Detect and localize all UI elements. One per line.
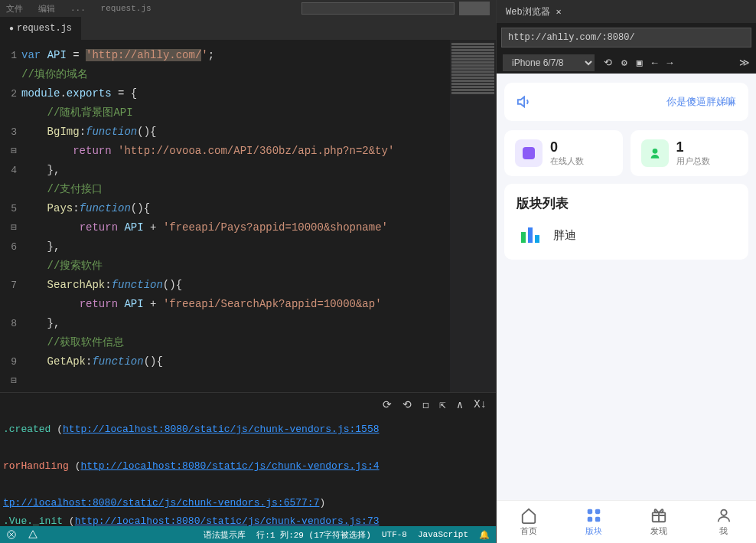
- forward-icon[interactable]: →: [666, 57, 673, 69]
- code-line[interactable]: BgImg:function(){: [21, 123, 450, 142]
- nav-label: 发现: [650, 525, 667, 537]
- nav-item-home[interactable]: 首页: [497, 501, 562, 543]
- sb-grammar[interactable]: 语法提示库: [204, 529, 246, 541]
- terminal-line: rorHandling (http://localhost:8080/stati…: [3, 457, 493, 476]
- svg-rect-5: [588, 517, 592, 522]
- url-input[interactable]: [501, 28, 751, 47]
- sb-position[interactable]: 行:1 列:29 (17字符被选择): [256, 529, 371, 541]
- menu-edit[interactable]: 编辑: [38, 3, 55, 15]
- svg-rect-1: [523, 147, 535, 159]
- code-line[interactable]: SearchApk:function(){: [21, 276, 450, 295]
- code-line[interactable]: },: [21, 314, 450, 333]
- menubar: 文件 编辑 ... request.js: [0, 0, 496, 17]
- code-line[interactable]: return API + 'freeapi/Pays?appid=10000&s…: [21, 218, 450, 237]
- gear-icon[interactable]: ⚙: [621, 57, 627, 69]
- tab-request-js[interactable]: request.js: [0, 17, 81, 40]
- home-icon: [520, 507, 537, 524]
- terminal-toolbar: ⟳ ⟲ ◻ ⇱ ∧ X↓: [0, 393, 496, 416]
- debug-restart-icon[interactable]: ⟳: [383, 398, 392, 411]
- collapse-icon[interactable]: ∧: [457, 398, 463, 411]
- code-line[interactable]: },: [21, 237, 450, 257]
- code-line[interactable]: //随机背景图API: [21, 103, 450, 123]
- stat-label: 在线人数: [550, 155, 584, 167]
- code-line[interactable]: return 'http://ovooa.com/API/360bz/api.p…: [21, 142, 450, 161]
- nav-label: 首页: [520, 525, 537, 537]
- more-icon[interactable]: ≫: [739, 57, 750, 69]
- code-line[interactable]: Pays:function(){: [21, 199, 450, 218]
- list-item[interactable]: 胖迪: [516, 221, 736, 249]
- terminal-line: tp://localhost:8080/static/js/chunk-vend…: [3, 494, 493, 512]
- sb-errors[interactable]: [6, 529, 17, 540]
- code-line[interactable]: var API = 'http://ahlly.com/';: [21, 46, 450, 65]
- svg-rect-6: [595, 517, 600, 522]
- stat-number: 1: [676, 139, 710, 155]
- code-content[interactable]: var API = 'http://ahlly.com/';//填你的域名mod…: [21, 40, 450, 392]
- nav-label: 我: [719, 525, 728, 537]
- terminal-output[interactable]: .created (http://localhost:8080/static/j…: [0, 416, 496, 526]
- browser-tab: Web浏览器 ✕: [497, 0, 756, 23]
- debug-stop-icon[interactable]: ◻: [422, 398, 429, 411]
- menu-breadcrumb: ... request.js: [70, 4, 152, 13]
- back-icon[interactable]: ←: [652, 57, 658, 69]
- browser-viewport: 你是傻逼胖娣嘛 0在线人数1用户总数 版块列表 胖迪 首页版块发现我: [497, 74, 756, 543]
- code-line[interactable]: module.exports = {: [21, 84, 450, 103]
- stat-icon: [515, 139, 543, 167]
- app-icon: [516, 221, 544, 249]
- terminal-line: [3, 476, 493, 494]
- svg-point-2: [652, 149, 657, 154]
- debug-continue-icon[interactable]: ⟲: [402, 398, 412, 411]
- statusbar: 语法提示库 行:1 列:29 (17字符被选择) UTF-8 JavaScrip…: [0, 526, 496, 543]
- browser-toolbar: iPhone 6/7/8 ⟲ ⚙ ▣ ← → ≫: [497, 52, 756, 74]
- browser-tab-title: Web浏览器: [506, 5, 550, 18]
- section-list: 版块列表 胖迪: [504, 184, 748, 260]
- sb-bell-icon[interactable]: 🔔: [479, 530, 490, 540]
- svg-rect-3: [588, 509, 592, 514]
- stat-icon: [641, 139, 669, 167]
- terminal-line: .Vue._init (http://localhost:8080/static…: [3, 512, 493, 526]
- sb-encoding[interactable]: UTF-8: [382, 530, 407, 539]
- tab-label: request.js: [17, 23, 72, 34]
- search-box[interactable]: [301, 2, 455, 15]
- sb-warnings[interactable]: [28, 529, 38, 540]
- device-select[interactable]: iPhone 6/7/8: [503, 54, 595, 71]
- nav-item-gift[interactable]: 发现: [627, 501, 692, 543]
- terminal-line: .created (http://localhost:8080/static/j…: [3, 420, 493, 439]
- code-line[interactable]: //获取软件信息: [21, 333, 450, 352]
- bottom-nav: 首页版块发现我: [497, 500, 756, 543]
- stat-card[interactable]: 1用户总数: [631, 130, 749, 176]
- code-line[interactable]: },: [21, 161, 450, 180]
- stat-number: 0: [550, 139, 584, 155]
- tab-bar: request.js: [0, 17, 496, 40]
- code-line[interactable]: //支付接口: [21, 180, 450, 199]
- svg-rect-4: [595, 509, 600, 514]
- code-line[interactable]: GetApk:function(){: [21, 352, 450, 371]
- sound-icon: [516, 93, 533, 110]
- external-icon[interactable]: ⇱: [439, 398, 445, 411]
- section-title: 版块列表: [516, 195, 736, 212]
- window-control[interactable]: [459, 2, 490, 15]
- rotate-icon[interactable]: ⟲: [604, 57, 612, 69]
- gift-icon: [650, 507, 667, 524]
- nav-item-user[interactable]: 我: [691, 501, 756, 543]
- clear-icon[interactable]: X↓: [474, 398, 487, 411]
- devtools-icon[interactable]: ▣: [637, 57, 643, 69]
- code-line[interactable]: //填你的域名: [21, 65, 450, 84]
- stat-label: 用户总数: [676, 155, 710, 167]
- stat-card[interactable]: 0在线人数: [504, 130, 623, 176]
- item-name: 胖迪: [553, 228, 576, 243]
- terminal-line: [3, 439, 493, 457]
- grid-icon: [585, 507, 602, 524]
- nav-item-grid[interactable]: 版块: [562, 501, 627, 543]
- code-line[interactable]: //搜索软件: [21, 257, 450, 276]
- line-numbers: 1 2 3 ⊟4 5 ⊟6 7 8 9 ⊟10 11 12 13 ⊟14 15 …: [0, 40, 21, 392]
- svg-point-8: [721, 510, 726, 515]
- sb-language[interactable]: JavaScript: [418, 530, 468, 539]
- announcement-text: 你是傻逼胖娣嘛: [666, 95, 736, 109]
- announcement-bar: 你是傻逼胖娣嘛: [504, 83, 748, 121]
- code-line[interactable]: return API + 'freeapi/SearchApk?appid=10…: [21, 295, 450, 314]
- minimap[interactable]: [450, 40, 496, 392]
- user-icon: [715, 507, 732, 524]
- menu-file[interactable]: 文件: [6, 3, 23, 15]
- nav-label: 版块: [585, 525, 602, 537]
- close-icon[interactable]: ✕: [556, 6, 562, 18]
